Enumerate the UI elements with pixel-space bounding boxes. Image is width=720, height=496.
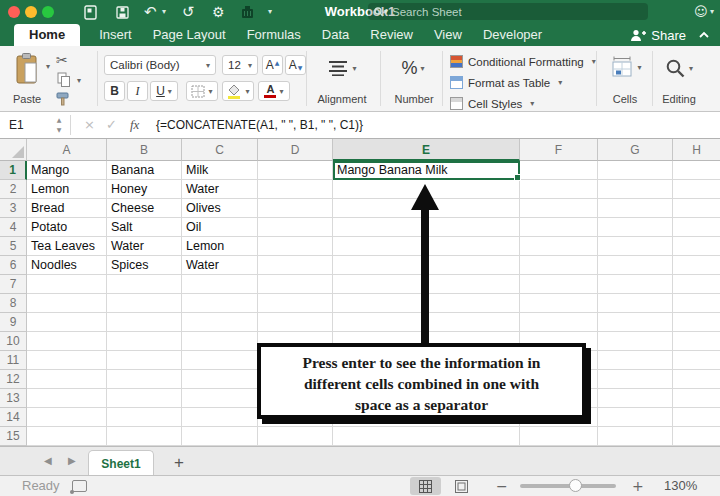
- cell-C6[interactable]: Water: [182, 256, 258, 275]
- cell-E1[interactable]: Mango Banana Milk: [333, 161, 520, 180]
- cell-E15[interactable]: [333, 427, 520, 446]
- cell-G14[interactable]: [598, 408, 673, 427]
- cell-H1[interactable]: [673, 161, 720, 180]
- column-header-D[interactable]: D: [258, 139, 333, 161]
- cell-B10[interactable]: [107, 332, 182, 351]
- cell-B6[interactable]: Spices: [107, 256, 182, 275]
- row-header-1[interactable]: 1: [0, 161, 27, 180]
- cell-A10[interactable]: [27, 332, 107, 351]
- cell-D5[interactable]: [258, 237, 333, 256]
- cell-B8[interactable]: [107, 294, 182, 313]
- copy-icon[interactable]: [57, 72, 71, 88]
- cell-H12[interactable]: [673, 370, 720, 389]
- underline-button[interactable]: U▾: [150, 81, 178, 101]
- cell-C1[interactable]: Milk: [182, 161, 258, 180]
- row-header-3[interactable]: 3: [0, 199, 27, 218]
- cell-H2[interactable]: [673, 180, 720, 199]
- settings-icon[interactable]: ⚙: [212, 0, 225, 24]
- cell-G15[interactable]: [598, 427, 673, 446]
- prev-sheet-icon[interactable]: ◀: [44, 447, 52, 475]
- cell-F7[interactable]: [520, 275, 598, 294]
- cell-G11[interactable]: [598, 351, 673, 370]
- cell-C7[interactable]: [182, 275, 258, 294]
- cell-D9[interactable]: [258, 313, 333, 332]
- cell-B2[interactable]: Honey: [107, 180, 182, 199]
- borders-button[interactable]: ▾: [186, 81, 218, 101]
- tab-developer[interactable]: Developer: [481, 24, 544, 46]
- tab-data[interactable]: Data: [320, 24, 351, 46]
- cell-A13[interactable]: [27, 389, 107, 408]
- cell-F3[interactable]: [520, 199, 598, 218]
- cell-A8[interactable]: [27, 294, 107, 313]
- cell-C11[interactable]: [182, 351, 258, 370]
- row-header-12[interactable]: 12: [0, 370, 27, 389]
- cell-H11[interactable]: [673, 351, 720, 370]
- zoom-out-icon[interactable]: −: [496, 476, 508, 496]
- new-workbook-icon[interactable]: [84, 5, 97, 20]
- cell-C2[interactable]: Water: [182, 180, 258, 199]
- undo-dropdown-icon[interactable]: ▾: [162, 0, 166, 24]
- cell-styles-button[interactable]: Cell Styles▾: [450, 94, 534, 113]
- decrease-font-size-button[interactable]: A▼: [285, 55, 306, 75]
- cell-F4[interactable]: [520, 218, 598, 237]
- cell-G8[interactable]: [598, 294, 673, 313]
- add-sheet-button[interactable]: +: [166, 450, 192, 476]
- cell-D3[interactable]: [258, 199, 333, 218]
- cells-button[interactable]: ▾: [604, 52, 648, 82]
- zoom-slider-knob[interactable]: [569, 479, 582, 492]
- cell-A9[interactable]: [27, 313, 107, 332]
- column-header-E[interactable]: E: [333, 139, 520, 161]
- zoom-window-button[interactable]: [42, 6, 54, 18]
- macro-record-icon[interactable]: [72, 480, 87, 492]
- cell-G3[interactable]: [598, 199, 673, 218]
- fill-color-button[interactable]: ▾: [222, 81, 254, 101]
- feedback-smiley-icon[interactable]: ☺: [694, 0, 708, 24]
- column-header-F[interactable]: F: [520, 139, 598, 161]
- collapse-ribbon-icon[interactable]: [698, 31, 710, 39]
- font-color-button[interactable]: A▾: [258, 81, 290, 101]
- row-header-10[interactable]: 10: [0, 332, 27, 351]
- next-sheet-icon[interactable]: ▶: [68, 447, 76, 475]
- cell-C12[interactable]: [182, 370, 258, 389]
- alignment-button[interactable]: ▾: [318, 54, 366, 82]
- paste-button[interactable]: Paste: [8, 93, 46, 105]
- font-name-select[interactable]: Calibri (Body)▾: [104, 55, 216, 75]
- page-layout-view-button[interactable]: [446, 477, 477, 495]
- cell-B13[interactable]: [107, 389, 182, 408]
- cell-F5[interactable]: [520, 237, 598, 256]
- name-box[interactable]: E1: [0, 112, 52, 138]
- cell-A2[interactable]: Lemon: [27, 180, 107, 199]
- format-painter-icon[interactable]: [56, 92, 70, 106]
- cell-B7[interactable]: [107, 275, 182, 294]
- zoom-level[interactable]: 130%: [664, 476, 697, 496]
- row-header-7[interactable]: 7: [0, 275, 27, 294]
- row-header-5[interactable]: 5: [0, 237, 27, 256]
- cell-H10[interactable]: [673, 332, 720, 351]
- cell-D1[interactable]: [258, 161, 333, 180]
- more-commands-icon[interactable]: ▾: [268, 0, 272, 24]
- cell-F2[interactable]: [520, 180, 598, 199]
- cell-H6[interactable]: [673, 256, 720, 275]
- cell-H4[interactable]: [673, 218, 720, 237]
- redo-icon[interactable]: ↺: [182, 0, 195, 24]
- name-box-stepper[interactable]: ▲▼: [52, 115, 66, 135]
- cell-D15[interactable]: [258, 427, 333, 446]
- cell-B3[interactable]: Cheese: [107, 199, 182, 218]
- cell-G13[interactable]: [598, 389, 673, 408]
- row-header-9[interactable]: 9: [0, 313, 27, 332]
- cell-B12[interactable]: [107, 370, 182, 389]
- tab-insert[interactable]: Insert: [97, 24, 134, 46]
- tab-page-layout[interactable]: Page Layout: [151, 24, 228, 46]
- cell-A4[interactable]: Potato: [27, 218, 107, 237]
- sheet-tab-sheet1[interactable]: Sheet1: [88, 450, 154, 476]
- enter-icon[interactable]: ✓: [106, 112, 117, 138]
- cell-C10[interactable]: [182, 332, 258, 351]
- number-format-button[interactable]: %▾: [394, 54, 432, 82]
- cell-G9[interactable]: [598, 313, 673, 332]
- cell-F8[interactable]: [520, 294, 598, 313]
- column-header-H[interactable]: H: [673, 139, 720, 161]
- cell-C13[interactable]: [182, 389, 258, 408]
- share-button[interactable]: Share: [630, 24, 686, 46]
- save-icon[interactable]: [116, 6, 129, 19]
- conditional-formatting-button[interactable]: Conditional Formatting▾: [450, 52, 596, 71]
